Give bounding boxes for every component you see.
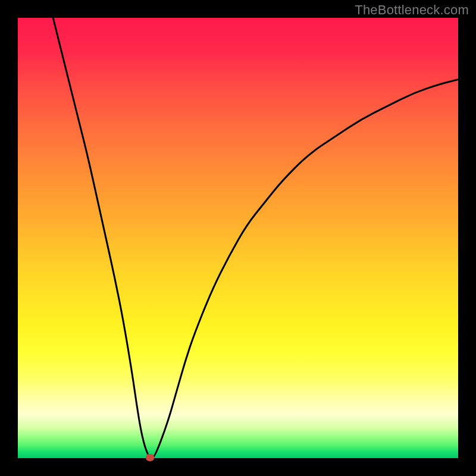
min-point-marker [146, 454, 154, 461]
bottleneck-curve [53, 18, 458, 458]
plot-area [18, 18, 458, 458]
chart-frame: TheBottleneck.com [0, 0, 476, 476]
curve-svg [18, 18, 458, 458]
watermark-text: TheBottleneck.com [355, 2, 469, 18]
